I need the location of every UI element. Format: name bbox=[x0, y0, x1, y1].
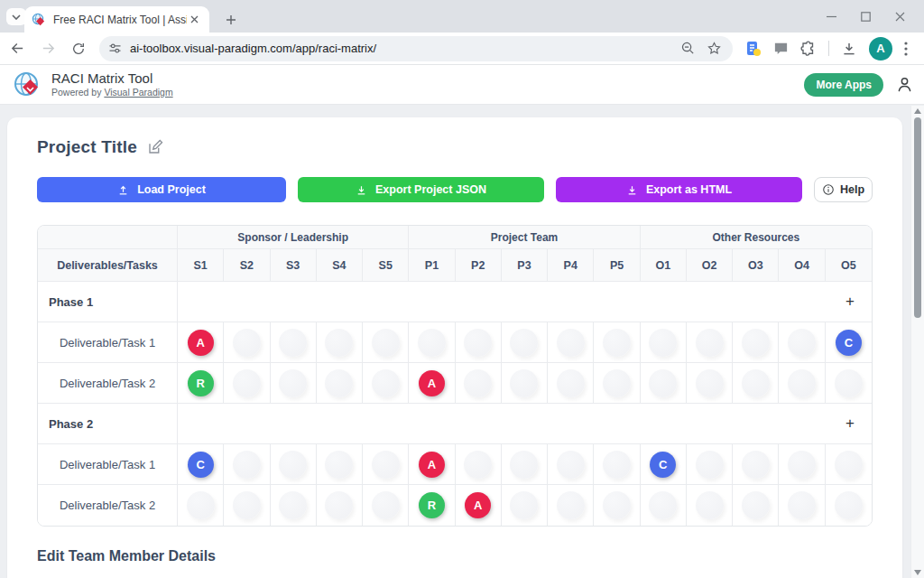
matrix-cell[interactable] bbox=[779, 363, 825, 404]
empty-raci-cell[interactable] bbox=[372, 329, 400, 357]
edit-title-icon[interactable] bbox=[147, 139, 163, 155]
member-column-header[interactable]: P2 bbox=[456, 249, 502, 282]
url-bar[interactable]: ai-toolbox.visual-paradigm.com/app/raci-… bbox=[99, 36, 733, 61]
task-label[interactable]: Deliverable/Task 1 bbox=[38, 322, 178, 363]
raci-badge-a[interactable]: A bbox=[465, 492, 491, 518]
empty-raci-cell[interactable] bbox=[233, 451, 261, 479]
matrix-cell[interactable] bbox=[826, 485, 872, 526]
member-column-header[interactable]: P5 bbox=[594, 249, 640, 282]
raci-badge-c[interactable]: C bbox=[650, 452, 676, 478]
matrix-cell[interactable]: R bbox=[409, 485, 455, 526]
matrix-cell[interactable] bbox=[317, 444, 363, 485]
account-icon[interactable] bbox=[895, 75, 914, 94]
empty-raci-cell[interactable] bbox=[557, 329, 585, 357]
empty-raci-cell[interactable] bbox=[742, 369, 770, 397]
empty-raci-cell[interactable] bbox=[742, 491, 770, 519]
url-text[interactable]: ai-toolbox.visual-paradigm.com/app/raci-… bbox=[130, 42, 680, 55]
matrix-cell[interactable] bbox=[224, 485, 270, 526]
raci-badge-r[interactable]: R bbox=[188, 370, 214, 396]
reload-button[interactable] bbox=[65, 35, 92, 62]
phase-label[interactable]: Phase 1 bbox=[38, 282, 178, 322]
empty-raci-cell[interactable] bbox=[603, 491, 631, 519]
export-json-button[interactable]: Export Project JSON bbox=[298, 177, 544, 202]
downloads-icon[interactable] bbox=[841, 41, 857, 57]
member-column-header[interactable]: S4 bbox=[317, 249, 363, 282]
empty-raci-cell[interactable] bbox=[279, 491, 307, 519]
member-column-header[interactable]: O3 bbox=[733, 249, 779, 282]
member-column-header[interactable]: S5 bbox=[363, 249, 409, 282]
empty-raci-cell[interactable] bbox=[510, 329, 538, 357]
raci-badge-c[interactable]: C bbox=[188, 452, 214, 478]
close-window-button[interactable] bbox=[882, 3, 917, 30]
matrix-cell[interactable] bbox=[641, 322, 687, 363]
matrix-cell[interactable] bbox=[548, 485, 594, 526]
phase-label[interactable]: Phase 2 bbox=[38, 404, 178, 444]
task-label[interactable]: Deliverable/Task 1 bbox=[38, 444, 178, 485]
matrix-cell[interactable] bbox=[687, 363, 733, 404]
matrix-cell[interactable]: R bbox=[178, 363, 224, 404]
tab-close-icon[interactable] bbox=[187, 13, 201, 27]
member-column-header[interactable]: P1 bbox=[409, 249, 455, 282]
export-html-button[interactable]: Export as HTML bbox=[556, 177, 802, 202]
forward-button[interactable] bbox=[34, 35, 61, 62]
docs-extension-icon[interactable] bbox=[745, 41, 762, 57]
empty-raci-cell[interactable] bbox=[279, 451, 307, 479]
tab-search-button[interactable] bbox=[6, 8, 26, 25]
empty-raci-cell[interactable] bbox=[279, 329, 307, 357]
empty-raci-cell[interactable] bbox=[649, 491, 677, 519]
matrix-cell[interactable] bbox=[363, 485, 409, 526]
matrix-cell[interactable]: C bbox=[178, 444, 224, 485]
matrix-cell[interactable] bbox=[641, 363, 687, 404]
matrix-cell[interactable] bbox=[363, 322, 409, 363]
matrix-cell[interactable] bbox=[224, 444, 270, 485]
member-column-header[interactable]: S2 bbox=[224, 249, 270, 282]
matrix-cell[interactable] bbox=[271, 485, 317, 526]
raci-badge-a[interactable]: A bbox=[419, 370, 445, 396]
matrix-cell[interactable]: A bbox=[409, 444, 455, 485]
empty-raci-cell[interactable] bbox=[510, 451, 538, 479]
member-column-header[interactable]: P4 bbox=[548, 249, 594, 282]
raci-badge-a[interactable]: A bbox=[188, 330, 214, 356]
empty-raci-cell[interactable] bbox=[788, 329, 816, 357]
browser-menu-icon[interactable] bbox=[904, 42, 908, 56]
matrix-cell[interactable] bbox=[502, 485, 548, 526]
matrix-cell[interactable] bbox=[594, 363, 640, 404]
matrix-cell[interactable] bbox=[687, 485, 733, 526]
matrix-cell[interactable] bbox=[317, 363, 363, 404]
bookmark-star-icon[interactable] bbox=[707, 41, 722, 56]
back-button[interactable] bbox=[4, 35, 31, 62]
member-column-header[interactable]: P3 bbox=[502, 249, 548, 282]
matrix-cell[interactable] bbox=[502, 444, 548, 485]
member-column-header[interactable]: S3 bbox=[271, 249, 317, 282]
help-button[interactable]: Help bbox=[814, 177, 873, 202]
matrix-cell[interactable] bbox=[271, 363, 317, 404]
minimize-button[interactable] bbox=[814, 3, 848, 30]
empty-raci-cell[interactable] bbox=[325, 369, 353, 397]
empty-raci-cell[interactable] bbox=[325, 329, 353, 357]
task-label[interactable]: Deliverable/Task 2 bbox=[38, 485, 178, 526]
matrix-cell[interactable] bbox=[548, 444, 594, 485]
scroll-down-arrow-icon[interactable] bbox=[914, 570, 921, 575]
empty-raci-cell[interactable] bbox=[279, 369, 307, 397]
empty-raci-cell[interactable] bbox=[696, 369, 724, 397]
scroll-up-arrow-icon[interactable] bbox=[914, 108, 921, 114]
empty-raci-cell[interactable] bbox=[187, 491, 215, 519]
empty-raci-cell[interactable] bbox=[464, 329, 492, 357]
matrix-cell[interactable] bbox=[363, 444, 409, 485]
matrix-cell[interactable] bbox=[826, 363, 872, 404]
matrix-cell[interactable] bbox=[456, 363, 502, 404]
empty-raci-cell[interactable] bbox=[372, 369, 400, 397]
more-apps-button[interactable]: More Apps bbox=[804, 73, 883, 97]
empty-raci-cell[interactable] bbox=[835, 491, 863, 519]
empty-raci-cell[interactable] bbox=[649, 369, 677, 397]
matrix-cell[interactable] bbox=[502, 322, 548, 363]
empty-raci-cell[interactable] bbox=[325, 491, 353, 519]
browser-tab[interactable]: Free RACI Matrix Tool | Assign R bbox=[24, 6, 209, 33]
matrix-cell[interactable] bbox=[456, 322, 502, 363]
matrix-cell[interactable]: A bbox=[456, 485, 502, 526]
matrix-cell[interactable]: C bbox=[641, 444, 687, 485]
empty-raci-cell[interactable] bbox=[742, 451, 770, 479]
matrix-cell[interactable] bbox=[409, 322, 455, 363]
empty-raci-cell[interactable] bbox=[233, 491, 261, 519]
raci-badge-c[interactable]: C bbox=[836, 330, 862, 356]
